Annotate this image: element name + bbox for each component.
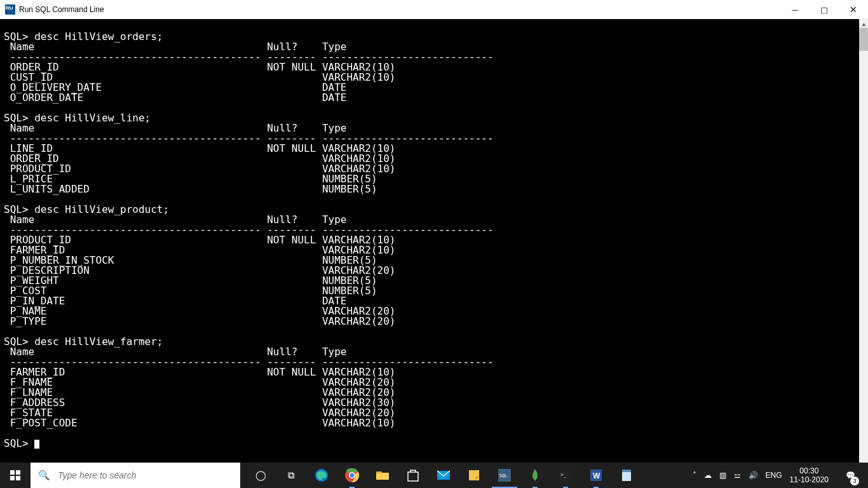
notification-badge: 3	[850, 477, 859, 485]
minimize-button[interactable]: ─	[780, 0, 810, 19]
notes-button[interactable]	[459, 463, 489, 488]
app-icon	[5, 4, 15, 15]
store-icon	[405, 468, 421, 483]
explorer-button[interactable]	[367, 463, 398, 488]
notifications-button[interactable]: 💬 3	[836, 463, 864, 488]
battery-icon[interactable]: ▥	[719, 471, 726, 480]
svg-rect-1	[16, 470, 20, 475]
chrome-icon	[344, 468, 360, 483]
word-icon: W	[588, 468, 604, 483]
store-button[interactable]	[398, 463, 428, 488]
svg-text:>_: >_	[560, 472, 567, 478]
svg-rect-9	[408, 472, 418, 481]
close-button[interactable]: ✕	[839, 0, 868, 19]
sticky-notes-icon	[466, 468, 482, 483]
title-bar: Run SQL Command Line ─ ▢ ✕	[0, 0, 868, 19]
onedrive-icon[interactable]: ☁	[704, 471, 712, 480]
scroll-thumb[interactable]	[859, 28, 868, 51]
window-title: Run SQL Command Line	[19, 5, 104, 14]
chrome-button[interactable]	[337, 463, 367, 488]
mail-button[interactable]	[428, 463, 459, 488]
svg-rect-0	[10, 470, 15, 475]
clock-date: 11-10-2020	[790, 475, 829, 484]
folder-icon	[375, 468, 390, 483]
svg-text:W: W	[593, 471, 600, 480]
system-tray: ˄ ☁ ▥ ⚍ 🔊 ENG 00:30 11-10-2020 💬 3	[693, 463, 868, 488]
notepad-button[interactable]	[611, 463, 642, 488]
tray-expand-icon[interactable]: ˄	[693, 471, 696, 480]
clock[interactable]: 00:30 11-10-2020	[790, 466, 829, 484]
clock-time: 00:30	[790, 466, 829, 475]
cmd-button[interactable]: >_	[550, 463, 581, 488]
search-box[interactable]: 🔍	[31, 463, 240, 488]
mail-icon	[436, 468, 451, 483]
terminal-window: SQL> desc HillView_orders; Name Null? Ty…	[0, 19, 868, 463]
start-button[interactable]	[0, 463, 31, 488]
taskbar: 🔍 ◯ ⧉ SQL >_ W ˄ ☁ ▥ ⚍ 🔊 ENG 00:30 11-10…	[0, 463, 868, 488]
svg-rect-11	[469, 470, 479, 480]
svg-rect-3	[16, 476, 20, 480]
language-indicator[interactable]: ENG	[766, 471, 782, 480]
mongodb-button[interactable]	[520, 463, 550, 488]
sqlplus-button[interactable]: SQL	[489, 463, 520, 488]
task-view-button[interactable]: ⧉	[276, 463, 306, 488]
terminal-output[interactable]: SQL> desc HillView_orders; Name Null? Ty…	[0, 19, 859, 463]
notepad-icon	[619, 468, 634, 483]
cortana-icon: ◯	[255, 470, 266, 481]
search-input[interactable]	[58, 470, 233, 480]
cortana-button[interactable]: ◯	[245, 463, 276, 488]
svg-text:SQL: SQL	[499, 473, 508, 478]
maximize-button[interactable]: ▢	[810, 0, 839, 19]
scrollbar[interactable]: ▴	[859, 19, 868, 463]
wifi-icon[interactable]: ⚍	[734, 471, 741, 480]
edge-button[interactable]	[306, 463, 337, 488]
word-button[interactable]: W	[581, 463, 611, 488]
taskbar-apps: ◯ ⧉ SQL >_ W	[240, 463, 642, 488]
sqlplus-icon: SQL	[497, 468, 512, 483]
cmd-icon: >_	[558, 468, 573, 483]
edge-icon	[314, 468, 329, 483]
volume-icon[interactable]: 🔊	[749, 471, 758, 480]
svg-point-7	[350, 473, 355, 478]
windows-icon	[10, 470, 20, 480]
mongodb-icon	[527, 468, 543, 483]
svg-rect-8	[376, 471, 382, 473]
search-icon: 🔍	[38, 470, 50, 481]
task-view-icon: ⧉	[288, 470, 295, 481]
svg-rect-19	[622, 470, 631, 472]
scroll-up-arrow[interactable]: ▴	[859, 19, 868, 28]
svg-rect-2	[10, 476, 15, 480]
